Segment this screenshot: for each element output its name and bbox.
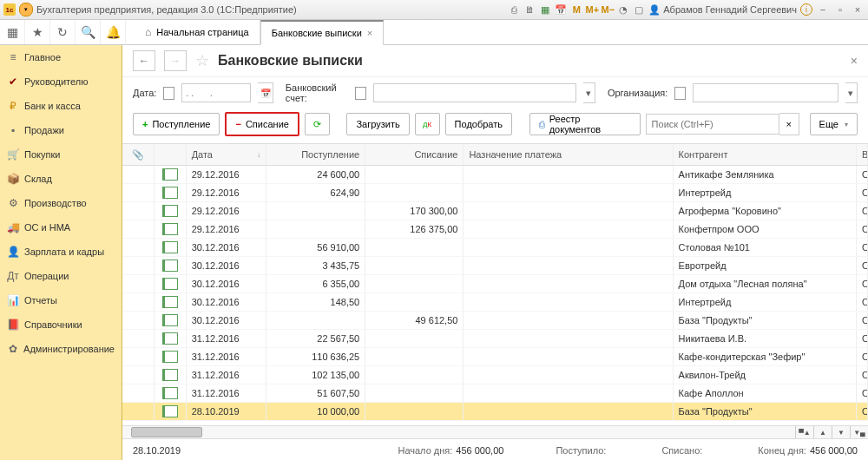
tab-bank-statements[interactable]: Банковские выписки×	[260, 20, 385, 45]
apps-icon[interactable]: ▦	[0, 20, 25, 44]
table-row[interactable]: 30.12.20166 355,00Дом отдыха "Лесная пол…	[122, 275, 868, 293]
filter-date-input[interactable]	[181, 83, 251, 102]
zoom-default[interactable]: M	[570, 3, 582, 16]
dtk-button[interactable]: ДК	[415, 113, 440, 135]
history-icon[interactable]: ↻	[50, 20, 76, 44]
calendar-button[interactable]: 📅	[258, 82, 273, 103]
sidebar-item[interactable]: 🛒Покупки	[0, 142, 122, 167]
table-row[interactable]: 29.12.2016170 300,00Агроферма "Коровино"…	[122, 202, 868, 220]
sidebar-item[interactable]: ✔Руководителю	[0, 69, 122, 94]
close-button[interactable]: ×	[851, 3, 865, 16]
sidebar-item[interactable]: 📕Справочники	[0, 312, 122, 337]
favorite-toggle[interactable]: ☆	[195, 51, 209, 70]
table-row[interactable]: 31.12.201651 607,50Кафе АполлонОплат	[122, 384, 868, 403]
minimize-button[interactable]: −	[816, 3, 830, 16]
scroll-end[interactable]: ▼▄	[850, 426, 868, 438]
notifications-icon[interactable]: 🔔	[101, 20, 126, 44]
table-row[interactable]: 31.12.2016110 636,25Кафе-кондитерская "З…	[122, 348, 868, 366]
sidebar-item[interactable]: ▪Продажи	[0, 118, 122, 142]
col-purpose[interactable]: Назначение платежа	[464, 144, 673, 165]
receipt-button[interactable]: +Поступление	[133, 113, 220, 135]
search-clear-button[interactable]: ×	[779, 113, 799, 135]
calc-icon[interactable]: ▦	[539, 3, 551, 16]
col-attachment[interactable]: 📎	[122, 144, 155, 165]
table-row[interactable]: 30.12.201656 910,00Столовая №101Оплат	[122, 239, 868, 257]
search-input[interactable]	[646, 114, 779, 135]
app-menu-dropdown[interactable]: ▾	[19, 3, 33, 16]
col-agent[interactable]: Контрагент	[674, 144, 857, 165]
action-toolbar: +Поступление −Списание ⟳ Загрузить ДК По…	[122, 108, 868, 143]
org-dropdown-button[interactable]: ▾	[845, 82, 858, 103]
favorite-icon[interactable]: ★	[25, 20, 50, 44]
page-close-button[interactable]: ×	[851, 54, 858, 68]
tab-home[interactable]: ⌂Начальная страница	[135, 20, 260, 44]
titlebar: 1c ▾ Бухгалтерия предприятия, редакция 3…	[0, 0, 868, 20]
sidebar-icon: 👤	[7, 246, 19, 258]
info-icon[interactable]: i	[800, 3, 812, 16]
nav-back-button[interactable]: ←	[133, 50, 155, 71]
table-row[interactable]: 31.12.2016102 135,00Аквилон-ТрейдОплат	[122, 366, 868, 384]
current-user[interactable]: 👤Абрамов Геннадий Сергеевич	[648, 4, 797, 16]
scroll-down[interactable]: ▼	[832, 426, 850, 438]
col-type[interactable]: Вид о	[857, 144, 868, 165]
window-icon[interactable]: ▢	[633, 3, 645, 16]
col-receipt[interactable]: Поступление	[266, 144, 365, 165]
scroll-up[interactable]: ▲	[813, 426, 832, 438]
filter-date-checkbox[interactable]	[163, 87, 174, 100]
scroll-thumb[interactable]	[131, 427, 202, 437]
account-dropdown-button[interactable]: ▾	[583, 82, 595, 103]
table-row[interactable]: 29.12.201624 600,00Антикафе ЗемляникаОпл…	[122, 166, 868, 184]
sidebar-icon: ✿	[7, 343, 18, 355]
col-writeoff[interactable]: Списание	[365, 144, 464, 165]
table-row[interactable]: 29.12.2016624,90ИнтертрейдОплат	[122, 184, 868, 202]
calendar-icon[interactable]: 📅	[555, 3, 567, 16]
zoom-in[interactable]: M+	[586, 3, 598, 16]
sidebar-item[interactable]: 🚚ОС и НМА	[0, 215, 122, 240]
filter-bar: Дата: 📅 Банковский счет: ▾ Организация: …	[122, 77, 868, 108]
filter-account-input[interactable]	[373, 83, 576, 102]
col-status[interactable]	[155, 144, 187, 165]
zoom-out[interactable]: M−	[602, 3, 614, 16]
sidebar-item[interactable]: 👤Зарплата и кадры	[0, 240, 122, 264]
doc-status-icon	[162, 278, 178, 290]
refresh-button[interactable]: ⟳	[305, 113, 330, 135]
sidebar-item[interactable]: ДтОперации	[0, 264, 122, 288]
load-button[interactable]: Загрузить	[346, 113, 409, 135]
status-end-label: Конец дня:	[758, 445, 806, 456]
sidebar-item[interactable]: ✿Администрирование	[0, 337, 122, 361]
col-date[interactable]: Дата↓	[187, 144, 266, 165]
table-row[interactable]: 29.12.2016126 375,00Конфетпром ООООплат	[122, 220, 868, 239]
writeoff-button[interactable]: −Списание	[225, 112, 299, 136]
scroll-home[interactable]: ▀▲	[795, 426, 813, 438]
sidebar-item[interactable]: 📦Склад	[0, 167, 122, 191]
restore-button[interactable]: ▫	[833, 3, 847, 16]
pick-button[interactable]: Подобрать	[445, 113, 512, 135]
tab-close-icon[interactable]: ×	[367, 28, 372, 38]
print-icon[interactable]: ⎙	[508, 3, 520, 16]
more-button[interactable]: Еще▾	[810, 113, 858, 135]
sidebar-item[interactable]: ⚙Производство	[0, 191, 122, 215]
filter-account-checkbox[interactable]	[355, 87, 366, 100]
status-bar: 28.10.2019 Начало дня: 456 000,00 Поступ…	[122, 438, 868, 460]
table-row[interactable]: 31.12.201622 567,50Никитаева И.В.Оплат	[122, 330, 868, 348]
filter-org-input[interactable]	[693, 83, 838, 102]
sidebar-item[interactable]: ≡Главное	[0, 45, 122, 69]
nav-forward-button[interactable]: →	[164, 50, 187, 71]
sidebar-icon: 📊	[7, 294, 19, 306]
table-row[interactable]: 30.12.2016148,50ИнтертрейдОплат	[122, 293, 868, 312]
doc-icon[interactable]: 🗎	[523, 3, 536, 16]
table-row[interactable]: 30.12.20163 435,75ЕвротрейдОплат	[122, 257, 868, 275]
table-row[interactable]: 28.10.201910 000,00База "Продукты"Оплат	[122, 403, 868, 421]
doc-status-icon	[162, 387, 178, 399]
sidebar-label: Справочники	[24, 319, 82, 330]
registry-button[interactable]: ⎙Реестр документов	[529, 113, 641, 135]
filter-org-checkbox[interactable]	[674, 87, 686, 100]
sidebar-item[interactable]: 📊Отчеты	[0, 288, 122, 312]
horizontal-scrollbar[interactable]: ▀▲ ▲ ▼ ▼▄	[122, 425, 868, 438]
grid-rows[interactable]: 29.12.201624 600,00Антикафе ЗемляникаОпл…	[122, 166, 868, 425]
table-row[interactable]: 30.12.201649 612,50База "Продукты"Оплат	[122, 312, 868, 330]
sidebar-item[interactable]: ₽Банк и касса	[0, 94, 122, 118]
globe-icon[interactable]: ◔	[617, 3, 629, 16]
search-icon[interactable]: 🔍	[76, 20, 101, 44]
sidebar-icon: ≡	[7, 51, 19, 63]
